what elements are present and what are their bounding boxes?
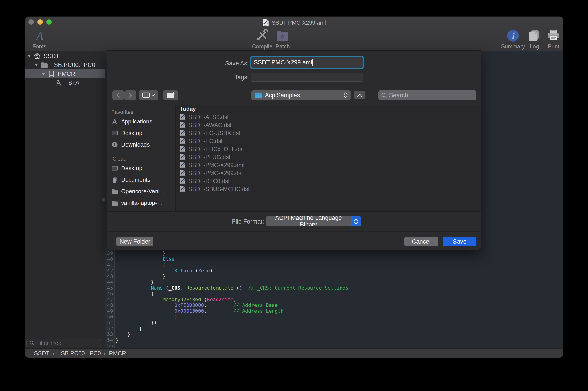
disclosure-triangle-icon[interactable] bbox=[34, 64, 38, 66]
fonts-label: Fonts bbox=[32, 43, 46, 50]
breadcrumb-item[interactable]: SSDT bbox=[34, 350, 49, 357]
fonts-icon: A bbox=[33, 28, 46, 42]
toolbar-fonts-button[interactable]: A Fonts bbox=[28, 28, 51, 50]
document-icon bbox=[180, 130, 186, 136]
code-line: } bbox=[105, 337, 563, 343]
document-icon bbox=[180, 138, 186, 144]
toolbar-compile-button[interactable]: Compile bbox=[251, 28, 273, 50]
file-row[interactable]: SSDT-EC.dsl bbox=[176, 137, 481, 145]
breadcrumb-separator-icon bbox=[104, 353, 106, 355]
window-title-area: AML SSDT-PMC-X299.aml bbox=[25, 18, 563, 27]
save-as-label: Save As: bbox=[200, 60, 249, 67]
breadcrumb-item[interactable]: _SB.PC00.LPC0 bbox=[58, 350, 101, 357]
filter-tree-input[interactable]: Filter Tree bbox=[26, 339, 101, 347]
desktop: AML SSDT-PMC-X299.aml A Fonts bbox=[0, 0, 588, 391]
favorites-item-label: Applications bbox=[121, 118, 152, 125]
favorites-item-opencore-vani-[interactable]: Opencore-Vani… bbox=[111, 186, 174, 197]
svg-text:AML: AML bbox=[264, 25, 267, 26]
acpi-tree-sidebar: SSDT_SB.PC00.LPC0PMCR_STA Filter Tree bbox=[25, 51, 106, 349]
favorites-item-label: Desktop bbox=[121, 165, 142, 172]
code-line: { bbox=[105, 262, 563, 268]
file-name: SSDT-EC-USBX.dsl bbox=[188, 130, 240, 137]
print-label: Print bbox=[548, 43, 559, 50]
sidebar-resize-handle[interactable] bbox=[102, 198, 106, 201]
file-row[interactable]: SSDT-EHCx_OFF.dsl bbox=[176, 145, 481, 153]
cancel-button[interactable]: Cancel bbox=[404, 237, 438, 246]
file-row[interactable]: SSDT-PLUG.dsl bbox=[176, 153, 481, 161]
info-icon: i bbox=[507, 28, 519, 42]
toolbar-patch-button[interactable]: Patch bbox=[272, 28, 293, 50]
file-row[interactable]: SSDT-AWAC.dsl bbox=[176, 121, 481, 129]
tree-item-_sb.pc00.lpc0[interactable]: _SB.PC00.LPC0 bbox=[25, 61, 105, 69]
file-row[interactable]: SSDT-PMC-X299.dsl bbox=[176, 169, 481, 177]
save-dialog-sheet: Save As: SSDT-PMC-X299.aml Tags: bbox=[107, 51, 481, 250]
filter-tree-placeholder: Filter Tree bbox=[36, 340, 61, 346]
file-browser: FavoritesApplicationsDesktopDownloadsiCl… bbox=[107, 104, 481, 211]
file-name: SSDT-EC.dsl bbox=[188, 138, 222, 145]
save-as-input[interactable]: SSDT-PMC-X299.aml bbox=[251, 57, 363, 68]
disclosure-triangle-icon[interactable] bbox=[41, 73, 46, 75]
toolbar-log-button[interactable]: Log bbox=[527, 28, 542, 50]
breadcrumb-item[interactable]: PMCR bbox=[109, 350, 126, 357]
favorites-item-vanilla-laptop-[interactable]: vanilla-laptop-… bbox=[111, 197, 174, 209]
svg-text:A: A bbox=[36, 30, 43, 42]
collapse-sheet-button[interactable] bbox=[354, 91, 365, 99]
back-button[interactable] bbox=[113, 90, 124, 100]
search-input[interactable]: Search bbox=[378, 90, 476, 100]
folder-icon bbox=[41, 61, 48, 69]
file-name: SSDT-PMC-X299.aml bbox=[188, 162, 244, 169]
file-group-title: Today bbox=[180, 106, 196, 112]
folder-icon bbox=[111, 189, 118, 194]
tree-item-pmcr[interactable]: PMCR bbox=[25, 69, 105, 78]
favorites-item-desktop[interactable]: Desktop bbox=[111, 162, 174, 174]
blue-folder-icon bbox=[254, 92, 262, 98]
popup-cap bbox=[351, 216, 361, 226]
file-format-popup[interactable]: ACPI Machine Language Binary bbox=[266, 216, 361, 226]
file-row[interactable]: SSDT-PMC-X299.aml bbox=[176, 161, 481, 169]
file-row[interactable]: SSDT-ALS0.dsl bbox=[176, 113, 481, 121]
favorites-item-desktop[interactable]: Desktop bbox=[111, 127, 174, 139]
scrollbar[interactable] bbox=[562, 51, 562, 349]
location-value: AcpiSamples bbox=[265, 92, 340, 99]
toolbar-summary-button[interactable]: i Summary bbox=[500, 28, 526, 50]
view-mode-button[interactable] bbox=[139, 90, 158, 100]
log-pages-icon bbox=[528, 28, 541, 42]
file-row[interactable]: SSDT-EC-USBX.dsl bbox=[176, 129, 481, 137]
document-icon bbox=[180, 146, 186, 152]
save-button[interactable]: Save bbox=[443, 237, 476, 246]
tags-input[interactable] bbox=[251, 73, 363, 82]
text-caret bbox=[313, 59, 313, 66]
file-list: SSDT-ALS0.dslSSDT-AWAC.dslSSDT-EC-USBX.d… bbox=[176, 113, 481, 193]
tree-item-label: SSDT bbox=[43, 53, 59, 60]
favorites-item-label: Downloads bbox=[121, 141, 150, 148]
favorites-item-applications[interactable]: Applications bbox=[111, 116, 174, 127]
file-name: SSDT-ALS0.dsl bbox=[188, 114, 229, 120]
favorites-list: FavoritesApplicationsDesktopDownloadsiCl… bbox=[111, 108, 174, 209]
tree-item-ssdt[interactable]: SSDT bbox=[25, 52, 105, 61]
file-name: SSDT-RTC0.dsl bbox=[188, 178, 229, 185]
updown-chevrons-icon bbox=[343, 92, 348, 98]
breadcrumb: SSDT_SB.PC00.LPC0PMCR bbox=[34, 350, 126, 357]
favorites-item-documents[interactable]: Documents bbox=[111, 174, 174, 186]
chevron-down-icon bbox=[152, 94, 155, 97]
document-icon bbox=[180, 186, 186, 193]
tree-item-_sta[interactable]: _STA bbox=[25, 78, 105, 87]
compile-label: Compile bbox=[252, 43, 272, 50]
code-line: } bbox=[105, 331, 563, 337]
new-folder-toolbar-button[interactable] bbox=[163, 90, 178, 100]
file-row[interactable]: SSDT-SBUS-MCHC.dsl bbox=[176, 185, 481, 193]
code-line: } bbox=[105, 250, 563, 256]
disclosure-triangle-icon[interactable] bbox=[27, 55, 31, 57]
file-row[interactable]: SSDT-RTC0.dsl bbox=[176, 177, 481, 185]
chevron-right-icon bbox=[129, 93, 131, 98]
favorites-item-downloads[interactable]: Downloads bbox=[111, 139, 174, 150]
toolbar-print-button[interactable]: Print bbox=[545, 28, 562, 50]
desktop-icon bbox=[111, 166, 118, 171]
new-folder-button[interactable]: New Folder bbox=[117, 237, 153, 246]
forward-button[interactable] bbox=[124, 90, 136, 100]
file-format-label: File Format: bbox=[215, 218, 264, 225]
file-name: SSDT-EHCx_OFF.dsl bbox=[188, 146, 244, 153]
location-popup[interactable]: AcpiSamples bbox=[251, 90, 351, 100]
tree-item-label: PMCR bbox=[58, 71, 75, 77]
code-line: { bbox=[105, 291, 563, 297]
